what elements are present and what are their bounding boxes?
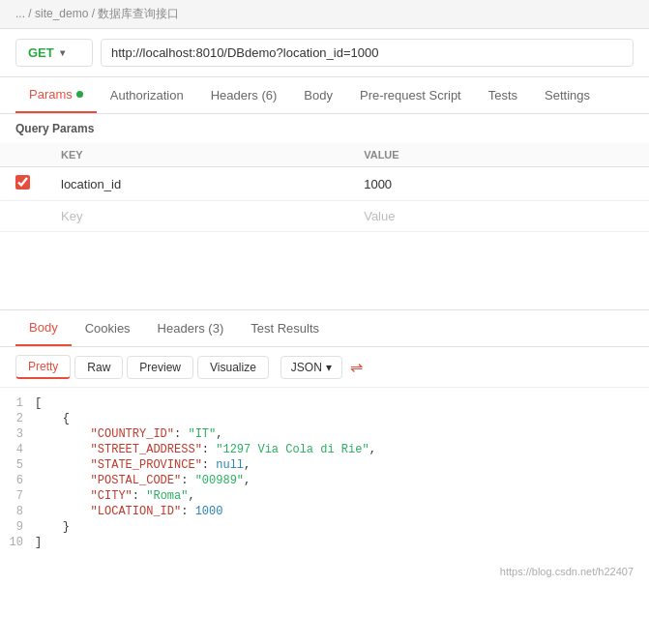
wrap-icon[interactable]: ⇌ xyxy=(350,358,363,376)
line-content: { xyxy=(35,412,649,425)
tab-tests[interactable]: Tests xyxy=(475,78,531,112)
format-preview-button[interactable]: Preview xyxy=(127,356,193,379)
line-content: "COUNTRY_ID": "IT", xyxy=(35,427,649,441)
result-tabs: Body Cookies Headers (3) Test Results xyxy=(0,309,649,347)
format-type-select[interactable]: JSON ▾ xyxy=(280,356,342,379)
chevron-down-icon: ▾ xyxy=(60,47,65,58)
request-bar: GET ▾ xyxy=(0,29,649,77)
line-number: 1 xyxy=(0,396,35,410)
line-content: ] xyxy=(35,536,649,549)
checkbox-cell xyxy=(0,167,45,201)
line-content: "CITY": "Roma", xyxy=(35,489,649,503)
tab-settings[interactable]: Settings xyxy=(531,78,604,112)
param-value: 1000 xyxy=(364,177,392,191)
line-number: 3 xyxy=(0,427,35,441)
line-number: 2 xyxy=(0,412,35,425)
empty-space xyxy=(0,232,649,309)
key-placeholder: Key xyxy=(61,209,82,223)
result-tab-test-results[interactable]: Test Results xyxy=(237,311,333,345)
code-area: 1[2 {3 "COUNTRY_ID": "IT",4 "STREET_ADDR… xyxy=(0,388,649,562)
key-cell: location_id xyxy=(45,167,348,201)
code-line: 9 } xyxy=(0,519,649,535)
line-content: "STREET_ADDRESS": "1297 Via Cola di Rie"… xyxy=(35,443,649,456)
line-number: 6 xyxy=(0,474,35,487)
line-number: 4 xyxy=(0,443,35,456)
format-raw-button[interactable]: Raw xyxy=(74,356,123,379)
chevron-down-icon: ▾ xyxy=(326,361,332,374)
result-tab-cookies[interactable]: Cookies xyxy=(72,311,144,345)
params-table: KEY VALUE location_id 1000 Key Value xyxy=(0,143,649,232)
value-placeholder: Value xyxy=(364,209,395,223)
method-label: GET xyxy=(28,45,54,60)
empty-checkbox-cell xyxy=(0,201,45,232)
code-line: 4 "STREET_ADDRESS": "1297 Via Cola di Ri… xyxy=(0,442,649,457)
table-row: location_id 1000 xyxy=(0,167,649,201)
code-line: 8 "LOCATION_ID": 1000 xyxy=(0,504,649,519)
code-line: 7 "CITY": "Roma", xyxy=(0,488,649,504)
format-type-label: JSON xyxy=(291,361,322,374)
breadcrumb: ... / site_demo / 数据库查询接口 xyxy=(0,0,649,29)
result-tab-body[interactable]: Body xyxy=(15,310,72,346)
line-content: "POSTAL_CODE": "00989", xyxy=(35,474,649,487)
format-pretty-button[interactable]: Pretty xyxy=(15,355,71,379)
query-params-label: Query Params xyxy=(0,114,649,143)
param-checkbox[interactable] xyxy=(15,175,30,190)
line-number: 9 xyxy=(0,520,35,534)
watermark: https://blog.csdn.net/h22407 xyxy=(0,562,649,581)
code-line: 1[ xyxy=(0,395,649,411)
code-line: 3 "COUNTRY_ID": "IT", xyxy=(0,426,649,442)
table-row-empty: Key Value xyxy=(0,201,649,232)
code-line: 6 "POSTAL_CODE": "00989", xyxy=(0,473,649,488)
request-tabs: Params Authorization Headers (6) Body Pr… xyxy=(0,77,649,114)
url-input[interactable] xyxy=(101,39,634,67)
empty-value-cell[interactable]: Value xyxy=(348,201,649,232)
tab-authorization[interactable]: Authorization xyxy=(97,78,197,112)
code-line: 2 { xyxy=(0,411,649,426)
key-value: location_id xyxy=(61,177,121,191)
line-content: "STATE_PROVINCE": null, xyxy=(35,458,649,472)
tab-params[interactable]: Params xyxy=(15,77,97,113)
tab-body[interactable]: Body xyxy=(290,78,346,112)
line-number: 8 xyxy=(0,505,35,518)
format-bar: Pretty Raw Preview Visualize JSON ▾ ⇌ xyxy=(0,347,649,388)
result-tab-headers[interactable]: Headers (3) xyxy=(144,311,238,345)
checkbox-col-header xyxy=(0,143,45,167)
line-number: 7 xyxy=(0,489,35,503)
empty-key-cell[interactable]: Key xyxy=(45,201,348,232)
code-line: 5 "STATE_PROVINCE": null, xyxy=(0,457,649,473)
format-visualize-button[interactable]: Visualize xyxy=(197,356,269,379)
code-line: 10] xyxy=(0,535,649,550)
method-select[interactable]: GET ▾ xyxy=(15,39,93,67)
line-content: "LOCATION_ID": 1000 xyxy=(35,505,649,518)
tab-headers[interactable]: Headers (6) xyxy=(197,78,291,112)
line-content: [ xyxy=(35,396,649,410)
value-cell: 1000 xyxy=(348,167,649,201)
line-number: 10 xyxy=(0,536,35,549)
line-number: 5 xyxy=(0,458,35,472)
key-header: KEY xyxy=(45,143,348,167)
active-dot-icon xyxy=(76,91,83,98)
line-content: } xyxy=(35,520,649,534)
tab-pre-request-script[interactable]: Pre-request Script xyxy=(346,78,475,112)
value-header: VALUE xyxy=(348,143,649,167)
